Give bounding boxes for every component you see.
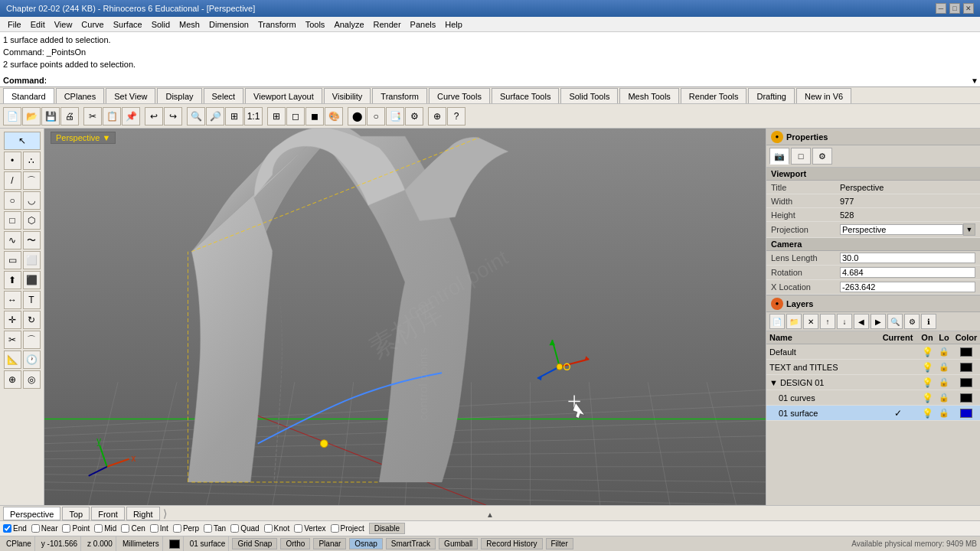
prop-tab-settings[interactable]: ⚙ [812,148,832,165]
zoom-ext-button[interactable]: 🔎 [206,107,224,126]
menu-tools[interactable]: Tools [301,17,330,32]
point-on-button[interactable]: ⬤ [348,107,366,126]
viewport-4-button[interactable]: ⊞ [267,107,286,126]
tab-curve-tools[interactable]: Curve Tools [429,88,490,103]
select-tool[interactable]: ↖ [4,132,41,150]
layers-delete-btn[interactable]: ✕ [803,314,818,329]
grip-tool[interactable]: ◎ [23,370,41,389]
layer-row-curves[interactable]: 01 curves 💡 🔒 [766,390,980,406]
vp-tab-right[interactable]: Right [126,507,160,520]
menu-render[interactable]: Render [369,17,406,32]
layer-color-text-titles[interactable] [952,363,980,372]
osnap-cen[interactable]: Cen [121,524,145,533]
multipoint-tool[interactable]: ∴ [23,152,41,170]
osnap-mid[interactable]: Mid [94,524,116,533]
menu-dimension[interactable]: Dimension [204,17,253,32]
vp-tab-top[interactable]: Top [62,507,90,520]
menu-panels[interactable]: Panels [406,17,441,32]
undo-button[interactable]: ↩ [145,107,163,126]
vp-tab-perspective[interactable]: Perspective [3,507,60,520]
status-smarttrack[interactable]: SmartTrack [386,538,436,549]
print-button[interactable]: 🖨 [60,107,79,126]
title-controls[interactable]: ─ □ ✕ [936,3,974,14]
layers-new-sub-btn[interactable]: 📁 [786,314,802,329]
osnap-point-checkbox[interactable] [62,524,70,533]
zoom-sel-button[interactable]: ⊞ [225,107,243,126]
osnap-int-checkbox[interactable] [150,524,158,533]
status-planar[interactable]: Planar [313,538,346,549]
osnap-knot-checkbox[interactable] [264,524,273,533]
layer-color-default[interactable] [952,347,980,357]
layer-on-default[interactable]: 💡 [919,347,936,357]
viewport-3d[interactable]: 素材库 control point control points x y [44,129,766,505]
text-tool[interactable]: T [23,291,41,309]
menu-analyze[interactable]: Analyze [329,17,368,32]
osnap-vertex[interactable]: Vertex [294,524,325,533]
layer-lo-text-titles[interactable]: 🔒 [936,362,952,372]
menu-curve[interactable]: Curve [77,17,108,32]
paste-button[interactable]: 📌 [122,107,140,126]
osnap-project-checkbox[interactable] [331,524,339,533]
minimize-button[interactable]: ─ [936,3,946,14]
layer-color-surface[interactable] [952,409,980,418]
menu-solid[interactable]: Solid [147,17,175,32]
osnap-perp[interactable]: Perp [173,524,199,533]
layer-on-design01[interactable]: 💡 [919,377,936,388]
solid-tool[interactable]: ⬛ [23,271,41,289]
render-preview-button[interactable]: 🎨 [325,107,343,126]
menu-mesh[interactable]: Mesh [175,17,204,32]
status-osnap[interactable]: Osnap [349,538,382,549]
menu-file[interactable]: File [3,17,26,32]
history-tool[interactable]: 🕐 [23,350,41,369]
rotate-tool[interactable]: ↻ [23,311,41,329]
osnap-vertex-checkbox[interactable] [294,524,302,533]
projection-dropdown[interactable]: Perspective ▼ [840,223,975,236]
layers-new-btn[interactable]: 📄 [769,314,785,329]
osnap-mid-checkbox[interactable] [94,524,103,533]
polygon-tool[interactable]: ⬡ [23,211,41,230]
tab-transform[interactable]: Transform [372,88,427,103]
move-tool[interactable]: ✛ [4,311,21,329]
tab-mesh-tools[interactable]: Mesh Tools [619,88,678,103]
osnap-cen-checkbox[interactable] [121,524,129,533]
status-layer[interactable]: 01 surface [187,536,230,551]
layers-next-btn[interactable]: ▶ [871,314,886,329]
layer-lo-default[interactable]: 🔒 [936,347,952,357]
tab-surface-tools[interactable]: Surface Tools [492,88,559,103]
osnap-end[interactable]: End [3,524,27,533]
prop-value-lens[interactable]: 30.0 [840,253,975,263]
tab-render-tools[interactable]: Render Tools [681,88,747,103]
extrude-tool[interactable]: ⬆ [4,271,21,289]
tab-standard[interactable]: Standard [3,88,54,103]
help-button[interactable]: ? [447,107,466,126]
status-gumball[interactable]: Gumball [439,538,478,549]
arc-tool[interactable]: ◡ [23,191,41,210]
tab-display[interactable]: Display [157,88,201,103]
osnap-int[interactable]: Int [150,524,168,533]
vp-tab-front[interactable]: Front [91,507,125,520]
copy-button[interactable]: 📋 [103,107,121,126]
osnap-quad-checkbox[interactable] [230,524,239,533]
tab-cplanes[interactable]: CPlanes [56,88,105,103]
layer-row-text-titles[interactable]: TEXT and TITLES 💡 🔒 [766,360,980,375]
layer-lo-design01[interactable]: 🔒 [936,377,952,387]
maximize-button[interactable]: □ [949,3,960,14]
layers-down-btn[interactable]: ↓ [837,314,852,329]
freeform-tool[interactable]: 〜 [23,231,41,249]
cmd-expand-icon[interactable]: ▼ [971,77,978,85]
osnap-end-checkbox[interactable] [3,524,11,533]
close-button[interactable]: ✕ [963,3,974,14]
cut-button[interactable]: ✂ [83,107,102,126]
osnap-knot[interactable]: Knot [264,524,290,533]
layer-row-surface[interactable]: 01 surface ✓ 💡 🔒 [766,406,980,421]
mesh-tool[interactable]: ⬜ [23,251,41,269]
prop-value-rotation[interactable]: 4.684 [840,267,975,278]
point-tool[interactable]: • [4,152,21,170]
layers-prev-btn[interactable]: ◀ [854,314,869,329]
tab-viewport-layout[interactable]: Viewport Layout [245,88,322,103]
osnap-point[interactable]: Point [62,524,90,533]
redo-button[interactable]: ↪ [164,107,182,126]
tab-select[interactable]: Select [204,88,244,103]
status-filter[interactable]: Filter [546,538,573,549]
open-button[interactable]: 📂 [22,107,41,126]
